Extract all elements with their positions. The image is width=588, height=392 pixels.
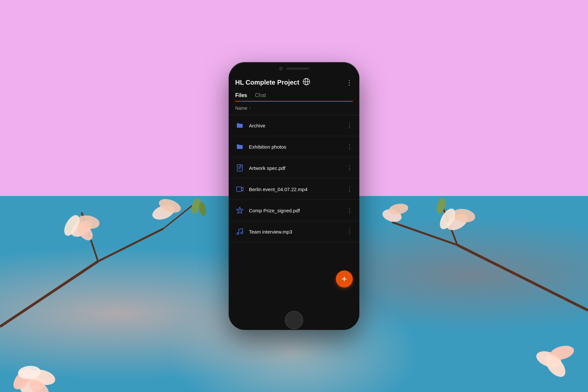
svg-point-36 bbox=[237, 233, 239, 235]
folder-icon bbox=[235, 142, 244, 151]
globe-icon[interactable] bbox=[302, 78, 310, 87]
file-name-exhibition: Exhibition photos bbox=[249, 144, 286, 150]
audio-icon bbox=[235, 227, 244, 236]
file-list-header: Name ↑ bbox=[229, 102, 359, 115]
phone-screen: HL Complete Project ⋮ bbox=[229, 74, 359, 306]
file-name-artwork: Artwork spec.pdf bbox=[249, 165, 286, 171]
app-title-row: HL Complete Project ⋮ bbox=[235, 78, 353, 87]
app-title-left: HL Complete Project bbox=[235, 78, 310, 87]
add-file-button[interactable]: + bbox=[336, 270, 353, 287]
file-more-berlin[interactable]: ⋮ bbox=[347, 186, 353, 193]
file-item-left: Team interview.mp3 bbox=[235, 227, 292, 236]
file-item-left: Archive bbox=[235, 121, 265, 130]
file-item-left: Comp Prize_signed.pdf bbox=[235, 206, 300, 215]
phone-notch bbox=[229, 62, 359, 74]
tab-files[interactable]: Files bbox=[235, 92, 247, 101]
file-name-interview: Team interview.mp3 bbox=[249, 229, 292, 235]
add-icon: + bbox=[342, 274, 347, 284]
phone-wrapper: HL Complete Project ⋮ bbox=[229, 62, 359, 330]
file-name-comp: Comp Prize_signed.pdf bbox=[249, 208, 300, 213]
file-item-exhibition[interactable]: Exhibition photos ⋮ bbox=[229, 136, 359, 157]
file-item-archive[interactable]: Archive ⋮ bbox=[229, 115, 359, 136]
phone-device: HL Complete Project ⋮ bbox=[229, 62, 359, 330]
video-icon bbox=[235, 185, 244, 194]
tab-bar: Files Chat bbox=[235, 92, 353, 102]
file-item-left: Exhibition photos bbox=[235, 142, 286, 151]
file-item-berlin[interactable]: Berlin event_04.07.22.mp4 ⋮ bbox=[229, 179, 359, 200]
svg-line-1 bbox=[98, 229, 163, 261]
svg-line-4 bbox=[457, 245, 588, 310]
svg-point-35 bbox=[239, 209, 241, 211]
file-more-exhibition[interactable]: ⋮ bbox=[347, 143, 353, 150]
header-more-icon[interactable]: ⋮ bbox=[346, 79, 353, 87]
svg-rect-33 bbox=[237, 187, 241, 191]
signed-pdf-icon bbox=[235, 206, 244, 215]
file-name-archive: Archive bbox=[249, 123, 265, 128]
file-more-comp[interactable]: ⋮ bbox=[347, 207, 353, 214]
front-camera bbox=[279, 67, 283, 71]
tab-chat[interactable]: Chat bbox=[255, 92, 266, 101]
file-more-interview[interactable]: ⋮ bbox=[347, 228, 353, 235]
phone-speaker bbox=[286, 68, 309, 70]
folder-icon bbox=[235, 121, 244, 130]
home-button[interactable] bbox=[285, 311, 303, 329]
app-header: HL Complete Project ⋮ bbox=[229, 74, 359, 102]
file-item-left: Berlin event_04.07.22.mp4 bbox=[235, 185, 307, 194]
pdf-icon bbox=[235, 163, 244, 172]
file-item-artwork[interactable]: Artwork spec.pdf ⋮ bbox=[229, 157, 359, 179]
sort-label[interactable]: Name ↑ bbox=[235, 106, 251, 111]
svg-rect-32 bbox=[237, 165, 242, 171]
sort-arrow-icon: ↑ bbox=[249, 106, 251, 110]
file-more-archive[interactable]: ⋮ bbox=[347, 122, 353, 129]
app-title: HL Complete Project bbox=[235, 79, 299, 86]
file-more-artwork[interactable]: ⋮ bbox=[347, 164, 353, 172]
file-item-interview[interactable]: Team interview.mp3 ⋮ bbox=[229, 221, 359, 242]
file-name-berlin: Berlin event_04.07.22.mp4 bbox=[249, 187, 307, 192]
svg-line-0 bbox=[0, 261, 98, 327]
svg-marker-34 bbox=[237, 207, 243, 213]
file-item-comp[interactable]: Comp Prize_signed.pdf ⋮ bbox=[229, 200, 359, 221]
phone-home-area bbox=[229, 306, 359, 330]
svg-point-37 bbox=[241, 232, 243, 234]
file-item-left: Artwork spec.pdf bbox=[235, 163, 286, 172]
